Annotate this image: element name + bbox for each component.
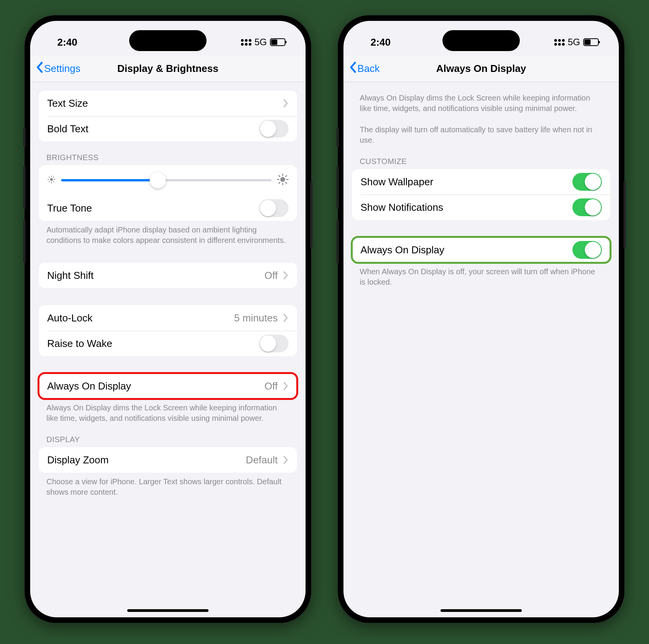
- svg-point-9: [280, 177, 285, 182]
- phone-left: 2:40 5G Settings Display & Brightness: [25, 15, 311, 623]
- show-notifications-row: Show Notifications: [352, 195, 610, 220]
- aod-footer: When Always On Display is off, your scre…: [352, 263, 610, 287]
- network-label: 5G: [568, 37, 580, 48]
- home-indicator[interactable]: [127, 609, 208, 612]
- svg-line-16: [279, 183, 280, 184]
- cell-value: Off: [265, 380, 278, 392]
- group-header-brightness: BRIGHTNESS: [39, 142, 297, 165]
- show-wallpaper-row: Show Wallpaper: [352, 169, 610, 195]
- always-on-display-group: Always On Display Off: [39, 373, 297, 399]
- phone-right: 2:40 5G Back Always On Display Always On…: [338, 15, 624, 623]
- brightness-fill: [61, 179, 158, 181]
- raise-to-wake-toggle[interactable]: [259, 335, 289, 352]
- cell-label: Display Zoom: [47, 454, 246, 466]
- sun-min-icon: [47, 175, 56, 185]
- svg-line-5: [49, 177, 50, 178]
- svg-line-15: [286, 183, 287, 184]
- display-zoom-footer: Choose a view for iPhone. Larger Text sh…: [39, 473, 297, 521]
- svg-line-17: [286, 176, 287, 177]
- chevron-right-icon: [283, 99, 289, 108]
- svg-line-8: [53, 177, 54, 178]
- cell-label: Show Notifications: [360, 202, 572, 214]
- side-button: [23, 128, 26, 147]
- home-indicator[interactable]: [441, 609, 522, 612]
- true-tone-toggle[interactable]: [259, 199, 289, 217]
- svg-line-6: [53, 181, 54, 182]
- cell-value: Default: [246, 454, 278, 466]
- battery-icon: [583, 38, 599, 46]
- cell-value: 5 minutes: [234, 312, 278, 324]
- side-button: [23, 220, 26, 263]
- dynamic-island: [442, 30, 520, 51]
- auto-lock-row[interactable]: Auto-Lock 5 minutes: [39, 305, 297, 331]
- night-shift-row[interactable]: Night Shift Off: [39, 263, 297, 288]
- cell-label: Auto-Lock: [47, 312, 234, 324]
- always-on-display-row: Always On Display: [352, 237, 610, 263]
- status-time: 2:40: [371, 36, 391, 48]
- cell-label: Always On Display: [47, 380, 265, 392]
- nav-bar: Back Always On Display: [343, 56, 619, 82]
- side-button: [23, 166, 26, 209]
- network-label: 5G: [254, 37, 267, 48]
- chevron-right-icon: [283, 271, 289, 280]
- bold-text-row: Bold Text: [39, 116, 297, 142]
- side-button: [336, 166, 339, 209]
- svg-line-7: [49, 181, 50, 182]
- chevron-right-icon: [283, 382, 289, 390]
- group-header-customize: CUSTOMIZE: [352, 145, 610, 169]
- cell-label: True Tone: [47, 202, 259, 214]
- battery-icon: [270, 38, 285, 46]
- group-header-display: DISPLAY: [39, 424, 297, 447]
- brightness-slider-row: [39, 165, 297, 195]
- intro-text-1: Always On Display dims the Lock Screen w…: [352, 82, 610, 114]
- dynamic-island: [129, 30, 207, 51]
- chevron-left-icon: [36, 61, 43, 76]
- intro-text-2: The display will turn off automatically …: [352, 114, 610, 145]
- side-button: [623, 182, 626, 248]
- svg-line-14: [279, 176, 280, 177]
- back-button[interactable]: Back: [343, 61, 380, 76]
- brightness-thumb[interactable]: [150, 172, 166, 188]
- bold-text-toggle[interactable]: [259, 120, 289, 138]
- chevron-right-icon: [283, 314, 289, 322]
- back-label: Settings: [44, 63, 80, 75]
- cell-label: Night Shift: [47, 270, 265, 282]
- svg-point-0: [50, 178, 53, 181]
- show-notifications-toggle[interactable]: [572, 198, 602, 216]
- cellular-signal-icon: [554, 39, 565, 46]
- side-button: [310, 182, 313, 248]
- text-size-row[interactable]: Text Size: [39, 91, 297, 116]
- chevron-right-icon: [283, 456, 289, 464]
- cell-label: Text Size: [47, 97, 281, 109]
- true-tone-row: True Tone: [39, 195, 297, 221]
- true-tone-footer: Automatically adapt iPhone display based…: [39, 221, 297, 246]
- back-label: Back: [357, 63, 380, 75]
- chevron-left-icon: [349, 61, 357, 76]
- cell-label: Show Wallpaper: [360, 176, 572, 188]
- raise-to-wake-row: Raise to Wake: [39, 331, 297, 356]
- cell-label: Raise to Wake: [47, 338, 259, 350]
- side-button: [336, 128, 339, 147]
- side-button: [336, 220, 339, 263]
- status-time: 2:40: [57, 36, 77, 48]
- cell-value: Off: [265, 270, 278, 282]
- back-button[interactable]: Settings: [30, 61, 80, 76]
- always-on-display-row[interactable]: Always On Display Off: [39, 373, 297, 399]
- aod-footer: Always On Display dims the Lock Screen w…: [39, 399, 297, 424]
- cell-label: Always On Display: [360, 244, 572, 256]
- always-on-display-group: Always On Display: [352, 237, 610, 263]
- page-title: Always On Display: [343, 63, 619, 75]
- show-wallpaper-toggle[interactable]: [572, 173, 602, 191]
- cell-label: Bold Text: [47, 123, 259, 135]
- cellular-signal-icon: [241, 39, 251, 46]
- display-zoom-row[interactable]: Display Zoom Default: [39, 447, 297, 473]
- sun-max-icon: [277, 174, 289, 187]
- brightness-slider[interactable]: [61, 179, 272, 181]
- nav-bar: Settings Display & Brightness: [30, 56, 306, 82]
- always-on-display-toggle[interactable]: [572, 241, 602, 259]
